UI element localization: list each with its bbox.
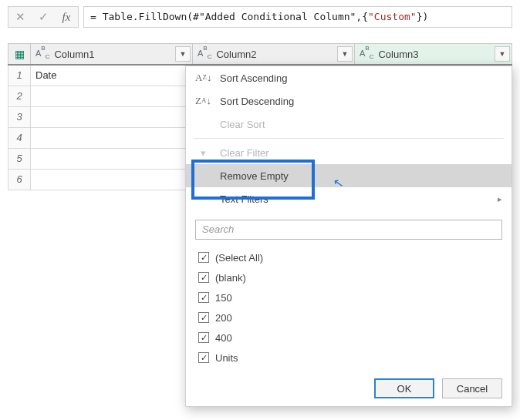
- cancel-button[interactable]: Cancel: [442, 378, 502, 398]
- menu-clear-sort: Clear Sort: [186, 113, 512, 136]
- column3-filter-button[interactable]: ▼: [495, 46, 510, 62]
- table-icon: ▦: [15, 48, 25, 60]
- column-header-row: ▦ ABC Column1 ▼ ABC Column2 ▼ ABC Column…: [8, 43, 512, 66]
- accept-formula-button[interactable]: ✓: [32, 10, 55, 24]
- filter-value-item[interactable]: ✓(Select All): [198, 247, 499, 267]
- menu-clear-filter: ▾ Clear Filter: [186, 141, 512, 164]
- column1-label: Column1: [54, 49, 94, 60]
- filter-value-label: (Select All): [215, 252, 263, 264]
- column2-filter-button[interactable]: ▼: [337, 46, 353, 62]
- checkbox-icon[interactable]: ✓: [198, 332, 209, 343]
- menu-label: Sort Ascending: [220, 72, 287, 84]
- checkbox-icon[interactable]: ✓: [198, 252, 209, 263]
- filter-value-label: (blank): [215, 272, 246, 284]
- ok-button[interactable]: OK: [374, 378, 434, 398]
- sort-asc-icon: AZ↓: [195, 72, 211, 84]
- menu-label: Remove Empty: [220, 170, 289, 182]
- filter-values-pane: Search ✓(Select All) ✓(blank) ✓150 ✓200 …: [195, 215, 502, 371]
- column3-label: Column3: [378, 49, 418, 60]
- formula-input[interactable]: = Table.FillDown(#"Added Conditional Col…: [83, 6, 512, 28]
- menu-sort-descending[interactable]: ZA↓ Sort Descending: [186, 89, 512, 113]
- row-index: 2: [8, 86, 31, 106]
- cell[interactable]: Date: [31, 66, 193, 86]
- filter-value-item[interactable]: ✓200: [198, 307, 499, 328]
- formula-bar: ✕ ✓ fx = Table.FillDown(#"Added Conditio…: [0, 0, 520, 35]
- filter-value-item[interactable]: ✓(blank): [198, 267, 499, 287]
- text-type-icon: ABC: [360, 47, 373, 60]
- fx-icon: fx: [55, 11, 78, 24]
- checkbox-icon[interactable]: ✓: [198, 272, 209, 283]
- filter-value-list: ✓(Select All) ✓(blank) ✓150 ✓200 ✓400 ✓U…: [195, 246, 502, 371]
- table-icon-cell[interactable]: ▦: [8, 44, 31, 64]
- filter-value-label: 200: [215, 312, 232, 324]
- cell[interactable]: [31, 149, 193, 169]
- menu-sort-ascending[interactable]: AZ↓ Sort Ascending: [186, 66, 512, 89]
- cell[interactable]: [31, 107, 193, 127]
- dialog-buttons: OK Cancel: [186, 371, 512, 400]
- row-index: 6: [8, 170, 31, 190]
- cell[interactable]: [31, 128, 193, 148]
- menu-label: Sort Descending: [220, 96, 294, 107]
- cell[interactable]: [31, 86, 193, 106]
- text-type-icon: ABC: [35, 47, 49, 60]
- filter-value-label: 400: [215, 332, 232, 344]
- filter-value-label: 150: [215, 292, 232, 304]
- menu-label: Clear Filter: [220, 147, 269, 159]
- menu-separator: [194, 138, 504, 139]
- sort-desc-icon: ZA↓: [195, 95, 211, 107]
- checkbox-icon[interactable]: ✓: [198, 292, 209, 303]
- column-header-column1[interactable]: ABC Column1 ▼: [31, 44, 193, 64]
- filter-search-input[interactable]: Search: [195, 220, 502, 240]
- menu-remove-empty[interactable]: Remove Empty: [186, 164, 512, 187]
- filter-value-label: Units: [215, 352, 238, 364]
- menu-label: Clear Sort: [220, 119, 265, 130]
- filter-value-item[interactable]: ✓150: [198, 287, 499, 307]
- formula-text-arg: "Custom": [368, 11, 417, 22]
- row-index: 3: [8, 107, 31, 127]
- checkbox-icon[interactable]: ✓: [198, 312, 209, 323]
- formula-text-prefix: = Table.FillDown(#"Added Conditional Col…: [90, 11, 368, 22]
- cancel-formula-button[interactable]: ✕: [8, 10, 32, 24]
- filter-icon: ▾: [195, 147, 211, 159]
- row-index: 4: [8, 128, 31, 148]
- menu-label: Text Filters: [220, 193, 268, 205]
- row-index: 1: [8, 66, 31, 86]
- filter-value-item[interactable]: ✓Units: [198, 348, 499, 368]
- row-index: 5: [8, 149, 31, 169]
- formula-text-suffix: }): [417, 11, 429, 22]
- checkbox-icon[interactable]: ✓: [198, 352, 209, 363]
- menu-text-filters[interactable]: Text Filters: [186, 187, 512, 210]
- text-type-icon: ABC: [198, 47, 211, 60]
- formula-action-group: ✕ ✓ fx: [8, 6, 79, 28]
- column-header-column2[interactable]: ABC Column2 ▼: [193, 44, 355, 64]
- cell[interactable]: [31, 170, 193, 190]
- column2-label: Column2: [216, 49, 256, 60]
- column1-filter-button[interactable]: ▼: [175, 46, 191, 62]
- column-header-column3[interactable]: ABC Column3 ▼: [355, 44, 512, 64]
- column-filter-menu: AZ↓ Sort Ascending ZA↓ Sort Descending C…: [185, 66, 512, 407]
- filter-value-item[interactable]: ✓400: [198, 328, 499, 348]
